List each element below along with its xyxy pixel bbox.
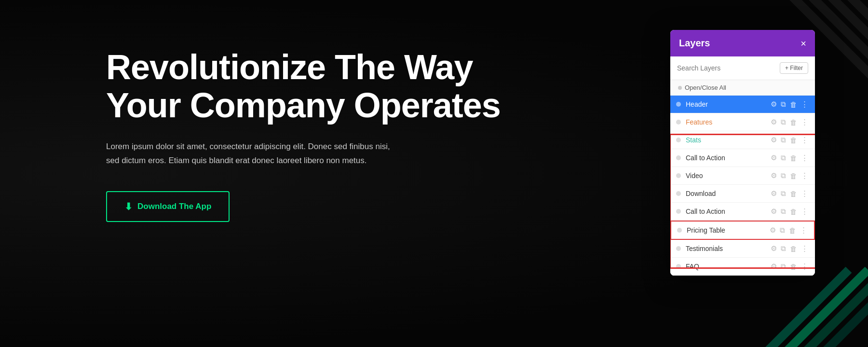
- duplicate-icon-video[interactable]: ⧉: [781, 171, 786, 180]
- duplicate-icon-download[interactable]: ⧉: [781, 189, 786, 198]
- more-icon-header[interactable]: ⋮: [801, 100, 808, 109]
- layer-item-pricing-table[interactable]: Pricing Table⚙⧉🗑⋮: [670, 221, 815, 240]
- open-close-dot: [678, 86, 682, 90]
- layer-actions-download: ⚙⧉🗑⋮: [771, 189, 808, 198]
- duplicate-icon-call-to-action-2[interactable]: ⧉: [781, 207, 786, 216]
- gear-icon-features[interactable]: ⚙: [771, 118, 777, 126]
- gear-icon-header[interactable]: ⚙: [771, 100, 777, 109]
- gear-icon-faq[interactable]: ⚙: [771, 262, 777, 271]
- layer-item-header[interactable]: Header⚙⧉🗑⋮: [670, 96, 815, 113]
- more-icon-video[interactable]: ⋮: [801, 171, 808, 180]
- layer-toggle-testimonials: [676, 246, 681, 251]
- download-icon: ⬇: [124, 201, 133, 212]
- duplicate-icon-pricing-table[interactable]: ⧉: [780, 226, 785, 235]
- gear-icon-call-to-action-1[interactable]: ⚙: [771, 153, 777, 162]
- duplicate-icon-call-to-action-1[interactable]: ⧉: [781, 153, 786, 162]
- layer-item-testimonials[interactable]: Testimonials⚙⧉🗑⋮: [670, 240, 815, 258]
- gear-icon-download[interactable]: ⚙: [771, 189, 777, 198]
- download-button[interactable]: ⬇ Download The App: [106, 191, 230, 222]
- layers-search-input[interactable]: [677, 64, 780, 72]
- layer-item-video[interactable]: Video⚙⧉🗑⋮: [670, 167, 815, 185]
- layer-name-video: Video: [686, 172, 771, 180]
- layers-close-button[interactable]: ×: [800, 39, 806, 48]
- layer-actions-pricing-table: ⚙⧉🗑⋮: [770, 226, 807, 235]
- more-icon-faq[interactable]: ⋮: [801, 262, 808, 271]
- layer-toggle-features: [676, 120, 681, 125]
- more-icon-testimonials[interactable]: ⋮: [801, 244, 808, 253]
- trash-icon-testimonials[interactable]: 🗑: [790, 245, 797, 253]
- more-icon-call-to-action-1[interactable]: ⋮: [801, 153, 808, 162]
- layer-toggle-stats: [676, 138, 681, 142]
- layer-actions-faq: ⚙⧉🗑⋮: [771, 262, 808, 271]
- gear-icon-pricing-table[interactable]: ⚙: [770, 226, 776, 235]
- layer-actions-features: ⚙⧉🗑⋮: [771, 118, 808, 126]
- layers-panel-title: Layers: [679, 38, 710, 49]
- layer-actions-header: ⚙⧉🗑⋮: [771, 100, 808, 109]
- layer-name-header: Header: [686, 100, 771, 108]
- gear-icon-stats[interactable]: ⚙: [771, 136, 777, 144]
- layers-search-bar: + Filter: [670, 56, 815, 80]
- layer-actions-testimonials: ⚙⧉🗑⋮: [771, 244, 808, 253]
- layer-toggle-video: [676, 173, 681, 178]
- duplicate-icon-header[interactable]: ⧉: [781, 100, 786, 109]
- layer-toggle-pricing-table: [677, 228, 682, 233]
- layer-name-pricing-table: Pricing Table: [687, 226, 770, 234]
- gear-icon-call-to-action-2[interactable]: ⚙: [771, 207, 777, 216]
- layer-actions-call-to-action-1: ⚙⧉🗑⋮: [771, 153, 808, 162]
- trash-icon-download[interactable]: 🗑: [790, 190, 797, 198]
- hero-description: Lorem ipsum dolor sit amet, consectetur …: [106, 140, 405, 168]
- duplicate-icon-features[interactable]: ⧉: [781, 118, 786, 126]
- gear-icon-video[interactable]: ⚙: [771, 171, 777, 180]
- layer-name-faq: FAQ: [686, 263, 771, 270]
- download-button-label: Download The App: [137, 202, 211, 211]
- layer-item-download[interactable]: Download⚙⧉🗑⋮: [670, 185, 815, 203]
- layer-item-faq[interactable]: FAQ⚙⧉🗑⋮: [670, 258, 815, 276]
- duplicate-icon-testimonials[interactable]: ⧉: [781, 244, 786, 253]
- layers-open-close-all[interactable]: Open/Close All: [670, 80, 815, 96]
- hero-section: Revolutionize The Way Your Company Opera…: [106, 39, 540, 222]
- layer-toggle-header: [676, 102, 681, 107]
- trash-icon-video[interactable]: 🗑: [790, 172, 797, 180]
- trash-icon-stats[interactable]: 🗑: [790, 136, 797, 144]
- trash-icon-faq[interactable]: 🗑: [790, 263, 797, 271]
- more-icon-features[interactable]: ⋮: [801, 118, 808, 126]
- more-icon-download[interactable]: ⋮: [801, 189, 808, 198]
- layer-actions-call-to-action-2: ⚙⧉🗑⋮: [771, 207, 808, 216]
- layer-actions-video: ⚙⧉🗑⋮: [771, 171, 808, 180]
- layer-actions-stats: ⚙⧉🗑⋮: [771, 136, 808, 144]
- layer-name-stats: Stats: [686, 136, 771, 144]
- layer-toggle-download: [676, 191, 681, 196]
- layer-name-call-to-action-2: Call to Action: [686, 208, 771, 215]
- trash-icon-call-to-action-2[interactable]: 🗑: [790, 208, 797, 216]
- layer-item-stats[interactable]: Stats⚙⧉🗑⋮: [670, 131, 815, 149]
- trash-icon-pricing-table[interactable]: 🗑: [789, 226, 796, 235]
- gear-icon-testimonials[interactable]: ⚙: [771, 244, 777, 253]
- more-icon-pricing-table[interactable]: ⋮: [800, 226, 807, 235]
- duplicate-icon-stats[interactable]: ⧉: [781, 136, 786, 144]
- duplicate-icon-faq[interactable]: ⧉: [781, 262, 786, 271]
- layer-item-features[interactable]: Features⚙⧉🗑⋮: [670, 113, 815, 131]
- layers-panel-header: Layers ×: [670, 30, 815, 56]
- layer-toggle-faq: [676, 264, 681, 269]
- open-close-label: Open/Close All: [685, 84, 726, 91]
- layer-name-call-to-action-1: Call to Action: [686, 154, 771, 162]
- layer-item-call-to-action-2[interactable]: Call to Action⚙⧉🗑⋮: [670, 203, 815, 221]
- layer-item-call-to-action-1[interactable]: Call to Action⚙⧉🗑⋮: [670, 149, 815, 167]
- more-icon-stats[interactable]: ⋮: [801, 136, 808, 144]
- trash-icon-call-to-action-1[interactable]: 🗑: [790, 154, 797, 162]
- layer-toggle-call-to-action-1: [676, 155, 681, 160]
- trash-icon-header[interactable]: 🗑: [790, 100, 797, 109]
- layer-name-testimonials: Testimonials: [686, 245, 771, 252]
- layers-filter-button[interactable]: + Filter: [780, 62, 808, 74]
- layer-name-download: Download: [686, 190, 771, 197]
- trash-icon-features[interactable]: 🗑: [790, 118, 797, 126]
- more-icon-call-to-action-2[interactable]: ⋮: [801, 207, 808, 216]
- layers-list: Header⚙⧉🗑⋮Features⚙⧉🗑⋮Stats⚙⧉🗑⋮Call to A…: [670, 96, 815, 276]
- layers-panel: Layers × + Filter Open/Close All Header⚙…: [670, 30, 815, 276]
- layer-toggle-call-to-action-2: [676, 209, 681, 214]
- hero-title: Revolutionize The Way Your Company Opera…: [106, 48, 540, 125]
- layer-name-features: Features: [686, 118, 771, 126]
